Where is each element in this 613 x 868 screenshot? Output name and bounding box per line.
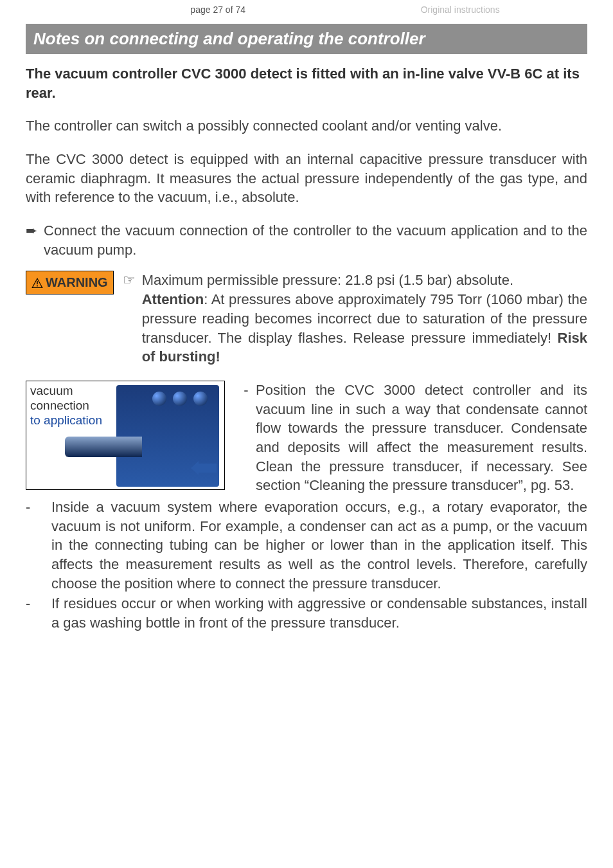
dash-item: - If residues occur or when working with… (26, 594, 587, 632)
warning-block: WARNING ☞ Maximum permissible pressure: … (26, 271, 587, 366)
intro-bold: The vacuum controller CVC 3000 detect is… (26, 64, 587, 102)
figure-caption-line-1: vacuum (30, 384, 102, 399)
header-right-text: Original instructions (421, 4, 500, 16)
warning-label-text: WARNING (46, 274, 108, 291)
dash-list: - Inside a vacuum system where evaporati… (26, 498, 587, 633)
svg-rect-0 (37, 281, 37, 284)
device-port (65, 437, 142, 457)
dash-marker: - (26, 498, 51, 593)
warning-badge: WARNING (26, 271, 114, 294)
warning-body: Maximum permissible pressure: 21.8 psi (… (142, 271, 587, 366)
section-title: Notes on connecting and operating the co… (26, 24, 587, 54)
device-figure: vacuum connection to application (26, 381, 225, 490)
dash-item-text: If residues occur or when working with a… (51, 594, 587, 632)
page-body: Notes on connecting and operating the co… (0, 17, 613, 658)
warning-line2: Attention: At pressures above approximat… (142, 291, 587, 365)
figure-text-block: - Position the CVC 3000 detect controlle… (236, 381, 587, 495)
warning-triangle-icon (31, 278, 43, 288)
figure-row: vacuum connection to application - Posit… (26, 381, 587, 495)
figure-bullet-text: Position the CVC 3000 detect controller … (256, 381, 587, 495)
figure-caption-line-3: to application (30, 413, 102, 428)
warning-line1: Maximum permissible pressure: 21.8 psi (… (142, 272, 513, 288)
arrow-text: Connect the vacuum connection of the con… (44, 221, 587, 259)
pointing-hand-icon: ☞ (123, 271, 142, 366)
dash-marker: - (26, 594, 51, 632)
paragraph-transducer: The CVC 3000 detect is equipped with an … (26, 150, 587, 207)
figure-caption: vacuum connection to application (30, 384, 102, 428)
dash-item: - Inside a vacuum system where evaporati… (26, 498, 587, 593)
warning-text: ☞ Maximum permissible pressure: 21.8 psi… (123, 271, 587, 366)
arrow-instruction: ➨ Connect the vacuum connection of the c… (26, 221, 587, 259)
figure-caption-line-2: connection (30, 399, 102, 413)
page-indicator: page 27 of 74 (190, 4, 245, 16)
dash-marker: - (236, 381, 256, 495)
page-header: page 27 of 74 Original instructions (0, 0, 613, 17)
paragraph-coolant: The controller can switch a possibly con… (26, 116, 587, 136)
arrow-icon: ➨ (26, 221, 44, 259)
left-arrow-icon (191, 461, 217, 475)
device-knobs (152, 392, 208, 406)
svg-rect-1 (37, 285, 37, 287)
dash-item-text: Inside a vacuum system where evaporation… (51, 498, 587, 593)
